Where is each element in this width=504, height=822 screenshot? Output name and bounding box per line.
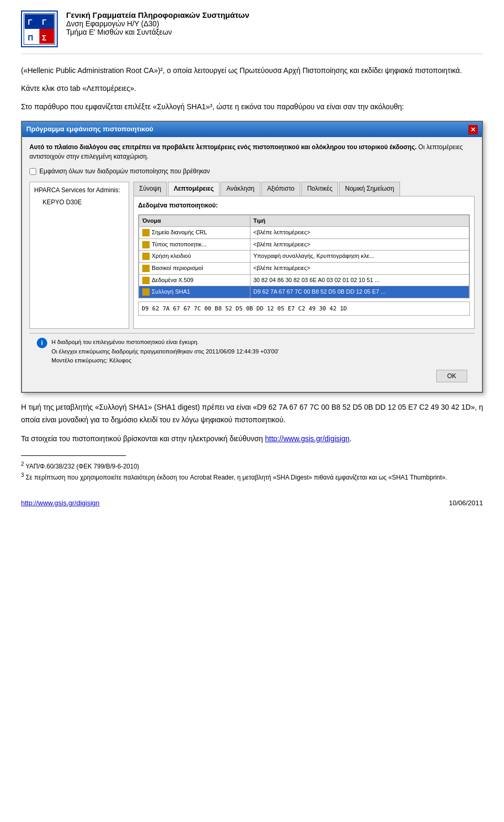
- sup-3: 3: [21, 472, 24, 478]
- footnote-2: 2 ΥΑΠ/Φ.60/38/232 (ΦΕΚ 799/Β/9-6-2010): [21, 460, 483, 471]
- intro-para2: Κάντε κλικ στο tab «Λεπτομέρειες».: [21, 82, 483, 94]
- table-row[interactable]: Δεδομένα X.50930 82 04 86 30 82 03 6E A0…: [139, 274, 469, 286]
- details-table: Όνομα Τιμή Σημεία διανομής CRL<βλέπε λεπ…: [139, 215, 469, 298]
- dialog-description: Αυτό το πλαίσιο διαλόγου σας επιτρέπει ν…: [29, 142, 475, 161]
- svg-text:Γ: Γ: [42, 18, 47, 26]
- tab-content: Δεδομένα πιστοποιητικού: Όνομα Τιμή: [133, 196, 475, 329]
- col-header-value: Τιμή: [250, 215, 469, 227]
- footer-info-row: i Η διαδρομή του επιλεγμένου πιστοποιητι…: [37, 338, 467, 366]
- cert-tree-panel: HPARCA Services for Adminis: KEPYO D30E: [29, 182, 129, 329]
- checkbox-row: Εμφάνιση όλων των διαδρομών πιστοποίησης…: [29, 167, 475, 176]
- table-row[interactable]: Βασικοί περιορισμοί<βλέπε λεπτομέρειες>: [139, 262, 469, 274]
- dialog-close-button[interactable]: ✕: [468, 125, 478, 134]
- tab-synopsi[interactable]: Σύνοψη: [133, 182, 167, 196]
- header-text: Γενική Γραμματεία Πληροφοριακών Συστημάτ…: [66, 11, 483, 36]
- footnote2-text: ΥΑΠ/Φ.60/38/232 (ΦΕΚ 799/Β/9-6-2010): [26, 463, 139, 470]
- tab-axiopisto[interactable]: Αξιόπιστο: [261, 182, 300, 196]
- footer-info-text: Η διαδρομή του επιλεγμένου πιστοποιητικο…: [51, 338, 279, 366]
- header-line3: Τμήμα Ε' Μισθών και Συντάξεων: [66, 28, 483, 36]
- selected-value-box: D9 62 7A 67 67 7C 00 B8 52 D5 0B DD 12 0…: [138, 301, 470, 316]
- main-content: («Hellenic Public Administration Root CA…: [21, 65, 483, 509]
- dialog-body: Αυτό το πλαίσιο διαλόγου σας επιτρέπει ν…: [22, 137, 482, 392]
- tab-politikes[interactable]: Πολιτικές: [301, 182, 338, 196]
- table-row[interactable]: Χρήση κλειδιούΥπογραφή συναλλαγής, Κρυπτ…: [139, 251, 469, 263]
- show-all-paths-label: Εμφάνιση όλων των διαδρομών πιστοποίησης…: [39, 167, 210, 176]
- svg-text:Γ: Γ: [28, 18, 33, 26]
- intro-para1: («Hellenic Public Administration Root CA…: [21, 65, 483, 76]
- footer-status: Η διαδρομή του επιλεγμένου πιστοποιητικο…: [51, 338, 279, 347]
- col-header-name: Όνομα: [139, 215, 250, 227]
- details-label: Δεδομένα πιστοποιητικού:: [138, 201, 470, 211]
- tree-item-0[interactable]: HPARCA Services for Adminis:: [32, 184, 127, 196]
- tab-anaklisi[interactable]: Ανάκληση: [220, 182, 260, 196]
- dialog-desc-bold: Αυτό το πλαίσιο διαλόγου σας επιτρέπει ν…: [29, 143, 416, 151]
- sup-2: 2: [21, 461, 24, 467]
- bottom-para2-part1: Τα στοιχεία του πιστοποιητικού βρίσκοντα…: [21, 434, 265, 443]
- show-all-paths-checkbox[interactable]: [29, 168, 36, 175]
- page-header: Γ Γ Π Σ Γενική Γραμματεία Πληροφοριακών …: [21, 11, 483, 54]
- bottom-para2: Τα στοιχεία του πιστοποιητικού βρίσκοντα…: [21, 433, 483, 445]
- bottom-para2-end: .: [350, 434, 352, 443]
- ok-row: OK: [37, 370, 467, 382]
- details-table-scroll[interactable]: Όνομα Τιμή Σημεία διανομής CRL<βλέπε λεπ…: [138, 214, 470, 298]
- footer-link[interactable]: http://www.gsis.gr/digisign: [21, 498, 100, 509]
- logo: Γ Γ Π Σ: [21, 11, 58, 47]
- footnote-divider: [21, 455, 126, 456]
- tabs-row: Σύνοψη Λεπτομέρειες Ανάκληση Αξιόπιστο Π…: [133, 182, 475, 196]
- footer-line3: Μοντέλο επικύρωσης: Κέλυφος: [51, 356, 279, 366]
- bottom-para1: Η τιμή της μεταβλητής «Συλλογή SHA1» (SH…: [21, 401, 483, 426]
- svg-text:Σ: Σ: [42, 34, 46, 42]
- tab-nomiki[interactable]: Νομική Σημείωση: [339, 182, 400, 196]
- header-line2: Δνση Εφαρμογών Η/Υ (Δ30): [66, 19, 483, 28]
- table-row[interactable]: Τύπος πιστοποιητικ...<βλέπε λεπτομέρειες…: [139, 238, 469, 251]
- footer-date: 10/06/2011: [449, 498, 483, 509]
- header-line1: Γενική Γραμματεία Πληροφοριακών Συστημάτ…: [66, 11, 483, 19]
- dialog-title: Πρόγραμμα εμφάνισης πιστοποιητικού: [26, 124, 153, 135]
- dialog-window: Πρόγραμμα εμφάνισης πιστοποιητικού ✕ Αυτ…: [21, 121, 483, 393]
- dialog-titlebar: Πρόγραμμα εμφάνισης πιστοποιητικού ✕: [22, 122, 482, 137]
- bottom-link[interactable]: http://www.gsis.gr/digisign: [265, 434, 350, 443]
- footnote3-text: Σε περίπτωση που χρησιμοποιείτε παλαιότε…: [26, 474, 447, 481]
- bottom-text: Η τιμή της μεταβλητής «Συλλογή SHA1» (SH…: [21, 401, 483, 445]
- tree-item-1[interactable]: KEPYO D30E: [32, 196, 127, 209]
- main-panel: HPARCA Services for Adminis: KEPYO D30E …: [29, 182, 475, 329]
- table-row[interactable]: Συλλογή SHA1D9 62 7A 67 67 7C 00 B8 52 D…: [139, 286, 469, 298]
- intro-para3: Στο παράθυρο που εμφανίζεται επιλέξτε «Σ…: [21, 101, 483, 112]
- footer-line2: Οι έλεγχοι επικύρωσης διαδρομής πραγματο…: [51, 347, 279, 357]
- footnote-3: 3 Σε περίπτωση που χρησιμοποιείτε παλαιό…: [21, 471, 483, 482]
- table-row[interactable]: Σημεία διανομής CRL<βλέπε λεπτομέρειες>: [139, 227, 469, 239]
- page-footer: http://www.gsis.gr/digisign 10/06/2011: [21, 498, 483, 509]
- svg-text:Π: Π: [28, 34, 33, 42]
- info-icon: i: [37, 338, 47, 348]
- tab-leptomeries[interactable]: Λεπτομέρειες: [168, 182, 219, 196]
- dialog-footer: i Η διαδρομή του επιλεγμένου πιστοποιητι…: [29, 333, 475, 387]
- ok-button[interactable]: OK: [436, 370, 467, 382]
- tabs-panel: Σύνοψη Λεπτομέρειες Ανάκληση Αξιόπιστο Π…: [133, 182, 475, 329]
